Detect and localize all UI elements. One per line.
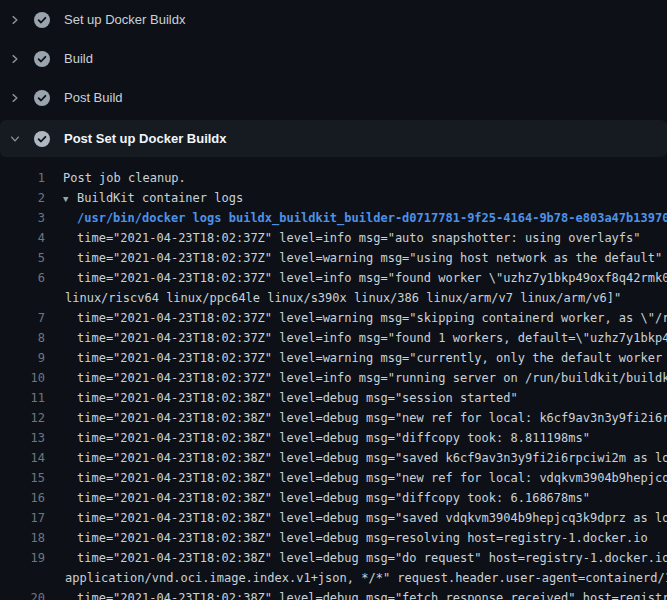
log-text: application/vnd.oci.image.index.v1+json,…: [45, 568, 667, 588]
log-line: 12time="2021-04-23T18:02:38Z" level=debu…: [0, 408, 667, 428]
step-row-post-build[interactable]: Post Build: [0, 78, 667, 117]
log-line: 10time="2021-04-23T18:02:37Z" level=info…: [0, 368, 667, 388]
line-number[interactable]: 17: [0, 508, 45, 528]
log-text: time="2021-04-23T18:02:38Z" level=debug …: [45, 408, 667, 428]
log-text: time="2021-04-23T18:02:38Z" level=debug …: [45, 548, 667, 568]
line-number[interactable]: 5: [0, 248, 45, 268]
log-line: 1Post job cleanup.: [0, 168, 667, 188]
chevron-right-icon: [8, 13, 22, 27]
log-line: linux/riscv64 linux/ppc64le linux/s390x …: [0, 288, 667, 308]
line-number[interactable]: 16: [0, 488, 45, 508]
check-circle-icon: [34, 90, 50, 106]
log-line: 3/usr/bin/docker logs buildx_buildkit_bu…: [0, 208, 667, 228]
line-number[interactable]: 2: [0, 188, 45, 208]
line-number[interactable]: 7: [0, 308, 45, 328]
line-number[interactable]: [0, 288, 45, 308]
log-command-text: /usr/bin/docker logs buildx_buildkit_bui…: [45, 208, 667, 228]
chevron-right-icon: [8, 52, 22, 66]
log-line: 9time="2021-04-23T18:02:37Z" level=warni…: [0, 348, 667, 368]
step-title: Post Set up Docker Buildx: [64, 131, 227, 146]
log-text: time="2021-04-23T18:02:37Z" level=warnin…: [45, 248, 662, 268]
step-title: Set up Docker Buildx: [64, 12, 185, 27]
chevron-down-icon: [8, 132, 22, 146]
log-text: time="2021-04-23T18:02:38Z" level=debug …: [45, 448, 667, 468]
log-line: 6time="2021-04-23T18:02:37Z" level=info …: [0, 268, 667, 288]
log-line: 14time="2021-04-23T18:02:38Z" level=debu…: [0, 448, 667, 468]
log-text: time="2021-04-23T18:02:37Z" level=info m…: [45, 228, 641, 248]
log-text: linux/riscv64 linux/ppc64le linux/s390x …: [45, 288, 621, 308]
log-text: time="2021-04-23T18:02:38Z" level=debug …: [45, 388, 518, 408]
line-number[interactable]: 4: [0, 228, 45, 248]
log-text: Post job cleanup.: [45, 168, 186, 188]
log-line: 17time="2021-04-23T18:02:38Z" level=debu…: [0, 508, 667, 528]
log-text: time="2021-04-23T18:02:38Z" level=debug …: [45, 488, 590, 508]
log-text: time="2021-04-23T18:02:37Z" level=warnin…: [45, 348, 667, 368]
line-number[interactable]: 6: [0, 268, 45, 288]
workflow-log-viewer: Set up Docker Buildx Build Post Build Po…: [0, 0, 667, 600]
line-number[interactable]: 20: [0, 588, 45, 600]
line-number[interactable]: 12: [0, 408, 45, 428]
log-line: 19time="2021-04-23T18:02:38Z" level=debu…: [0, 548, 667, 568]
line-number[interactable]: [0, 568, 45, 588]
log-line: 16time="2021-04-23T18:02:38Z" level=debu…: [0, 488, 667, 508]
log-text: time="2021-04-23T18:02:38Z" level=debug …: [45, 588, 667, 600]
step-title: Build: [64, 51, 93, 66]
line-number[interactable]: 3: [0, 208, 45, 228]
check-circle-icon: [34, 12, 50, 28]
line-number[interactable]: 13: [0, 428, 45, 448]
log-text: time="2021-04-23T18:02:38Z" level=debug …: [45, 468, 667, 488]
log-line: application/vnd.oci.image.index.v1+json,…: [0, 568, 667, 588]
check-circle-icon: [34, 131, 50, 147]
line-number[interactable]: 1: [0, 168, 45, 188]
log-line: 13time="2021-04-23T18:02:38Z" level=debu…: [0, 428, 667, 448]
log-text: time="2021-04-23T18:02:38Z" level=debug …: [45, 508, 667, 528]
line-number[interactable]: 11: [0, 388, 45, 408]
log-line: 5time="2021-04-23T18:02:37Z" level=warni…: [0, 248, 667, 268]
log-text: time="2021-04-23T18:02:38Z" level=debug …: [45, 528, 648, 548]
step-title: Post Build: [64, 90, 123, 105]
log-text: time="2021-04-23T18:02:37Z" level=info m…: [45, 268, 667, 288]
log-line: 15time="2021-04-23T18:02:38Z" level=debu…: [0, 468, 667, 488]
log-body: 1Post job cleanup.2▼BuildKit container l…: [0, 157, 667, 600]
line-number[interactable]: 14: [0, 448, 45, 468]
line-number[interactable]: 9: [0, 348, 45, 368]
log-text: time="2021-04-23T18:02:37Z" level=warnin…: [45, 308, 667, 328]
log-group-toggle[interactable]: ▼BuildKit container logs: [45, 188, 243, 208]
log-line: 7time="2021-04-23T18:02:37Z" level=warni…: [0, 308, 667, 328]
log-text: time="2021-04-23T18:02:38Z" level=debug …: [45, 428, 590, 448]
check-circle-icon: [34, 51, 50, 67]
line-number[interactable]: 8: [0, 328, 45, 348]
line-number[interactable]: 10: [0, 368, 45, 388]
log-line: 2▼BuildKit container logs: [0, 188, 667, 208]
log-line: 20time="2021-04-23T18:02:38Z" level=debu…: [0, 588, 667, 600]
line-number[interactable]: 19: [0, 548, 45, 568]
log-line: 8time="2021-04-23T18:02:37Z" level=info …: [0, 328, 667, 348]
log-line: 11time="2021-04-23T18:02:38Z" level=debu…: [0, 388, 667, 408]
log-line: 4time="2021-04-23T18:02:37Z" level=info …: [0, 228, 667, 248]
chevron-right-icon: [8, 91, 22, 105]
triangle-down-icon: ▼: [63, 189, 77, 209]
log-line: 18time="2021-04-23T18:02:38Z" level=debu…: [0, 528, 667, 548]
line-number[interactable]: 18: [0, 528, 45, 548]
step-row-post-set-up-docker-buildx[interactable]: Post Set up Docker Buildx: [0, 120, 667, 157]
step-row-set-up-docker-buildx[interactable]: Set up Docker Buildx: [0, 0, 667, 39]
line-number[interactable]: 15: [0, 468, 45, 488]
step-row-build[interactable]: Build: [0, 39, 667, 78]
log-text: time="2021-04-23T18:02:37Z" level=info m…: [45, 328, 667, 348]
log-text: time="2021-04-23T18:02:37Z" level=info m…: [45, 368, 667, 388]
